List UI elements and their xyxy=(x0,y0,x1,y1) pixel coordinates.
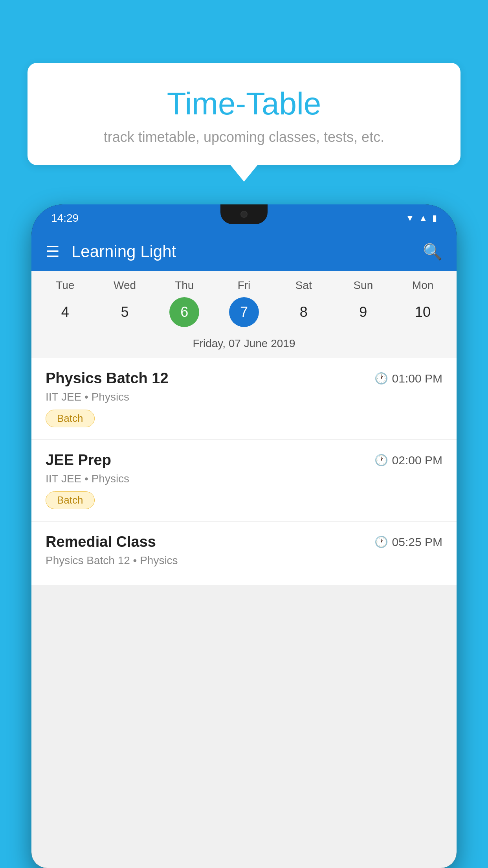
time-text: 05:25 PM xyxy=(392,535,442,549)
clock-icon: 🕐 xyxy=(374,454,388,467)
selected-date-label: Friday, 07 June 2019 xyxy=(31,331,457,358)
day-name: Wed xyxy=(114,279,136,292)
day-number: 8 xyxy=(289,297,319,327)
item-subtitle: IIT JEE • Physics xyxy=(46,391,442,403)
calendar-strip: Tue4Wed5Thu6Fri7Sat8Sun9Mon10 Friday, 07… xyxy=(31,271,457,358)
batch-badge: Batch xyxy=(46,410,95,427)
day-name: Tue xyxy=(56,279,74,292)
status-bar: 14:29 ▼ ▲ ▮ xyxy=(31,204,457,232)
notch xyxy=(220,204,268,224)
item-time: 🕐02:00 PM xyxy=(374,454,442,467)
item-title: JEE Prep xyxy=(46,452,111,469)
batch-badge: Batch xyxy=(46,491,95,509)
day-col-wed[interactable]: Wed5 xyxy=(99,279,150,327)
app-bar: ☰ Learning Light 🔍 xyxy=(31,232,457,271)
day-col-tue[interactable]: Tue4 xyxy=(40,279,91,327)
schedule-content: Physics Batch 12🕐01:00 PMIIT JEE • Physi… xyxy=(31,358,457,585)
item-time: 🕐05:25 PM xyxy=(374,535,442,549)
day-col-sat[interactable]: Sat8 xyxy=(278,279,329,327)
item-subtitle: IIT JEE • Physics xyxy=(46,473,442,485)
hamburger-icon[interactable]: ☰ xyxy=(46,244,60,259)
status-icons: ▼ ▲ ▮ xyxy=(405,213,437,223)
speech-bubble-container: Time-Table track timetable, upcoming cla… xyxy=(28,63,460,165)
day-col-fri[interactable]: Fri7 xyxy=(218,279,270,327)
item-time: 🕐01:00 PM xyxy=(374,372,442,385)
bubble-title: Time-Table xyxy=(51,86,437,121)
item-title: Physics Batch 12 xyxy=(46,370,169,387)
wifi-icon: ▼ xyxy=(405,213,414,223)
day-number: 10 xyxy=(408,297,438,327)
app-title: Learning Light xyxy=(72,242,411,261)
day-number: 5 xyxy=(110,297,140,327)
days-row: Tue4Wed5Thu6Fri7Sat8Sun9Mon10 xyxy=(31,279,457,327)
schedule-item[interactable]: Remedial Class🕐05:25 PMPhysics Batch 12 … xyxy=(31,522,457,585)
day-name: Sun xyxy=(353,279,373,292)
clock-icon: 🕐 xyxy=(374,372,388,385)
search-icon[interactable]: 🔍 xyxy=(423,243,442,261)
phone-inner: Tue4Wed5Thu6Fri7Sat8Sun9Mon10 Friday, 07… xyxy=(31,271,457,868)
time-text: 01:00 PM xyxy=(392,372,442,385)
item-title: Remedial Class xyxy=(46,533,156,550)
day-col-mon[interactable]: Mon10 xyxy=(397,279,448,327)
phone-frame: 14:29 ▼ ▲ ▮ ☰ Learning Light 🔍 Tue4Wed5T… xyxy=(31,204,457,868)
camera-dot xyxy=(240,211,248,218)
day-name: Mon xyxy=(412,279,433,292)
day-number: 6 xyxy=(169,297,199,327)
day-name: Thu xyxy=(175,279,194,292)
clock-icon: 🕐 xyxy=(374,535,388,548)
bubble-subtitle: track timetable, upcoming classes, tests… xyxy=(51,129,437,145)
day-number: 4 xyxy=(50,297,80,327)
status-time: 14:29 xyxy=(51,212,79,224)
schedule-item[interactable]: Physics Batch 12🕐01:00 PMIIT JEE • Physi… xyxy=(31,358,457,439)
speech-bubble: Time-Table track timetable, upcoming cla… xyxy=(28,63,460,165)
item-subtitle: Physics Batch 12 • Physics xyxy=(46,554,442,567)
day-name: Fri xyxy=(238,279,251,292)
day-number: 9 xyxy=(348,297,378,327)
day-number: 7 xyxy=(229,297,259,327)
day-name: Sat xyxy=(295,279,312,292)
battery-icon: ▮ xyxy=(432,213,437,223)
time-text: 02:00 PM xyxy=(392,454,442,467)
day-col-sun[interactable]: Sun9 xyxy=(338,279,389,327)
schedule-item[interactable]: JEE Prep🕐02:00 PMIIT JEE • PhysicsBatch xyxy=(31,440,457,521)
signal-icon: ▲ xyxy=(419,213,427,223)
day-col-thu[interactable]: Thu6 xyxy=(159,279,210,327)
